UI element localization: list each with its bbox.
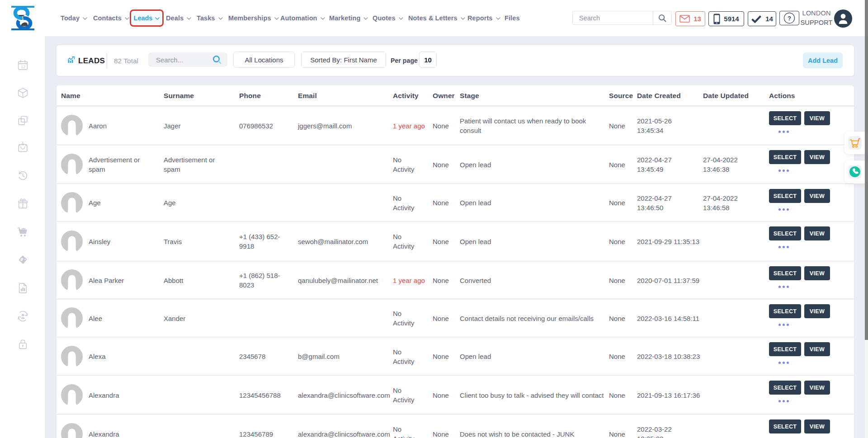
svg-text:12: 12 <box>21 65 25 69</box>
svg-text:?: ? <box>788 15 791 22</box>
